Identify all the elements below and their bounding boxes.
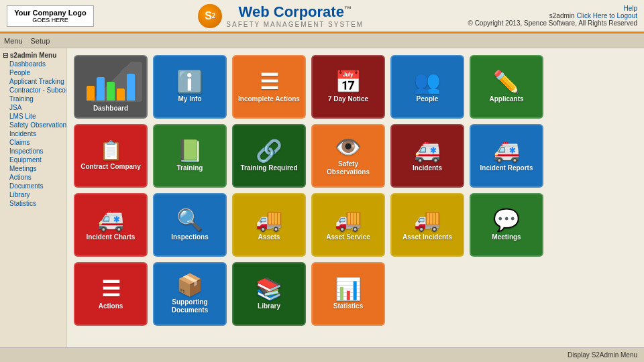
training-label: Training — [177, 164, 203, 172]
dashboard-chart — [79, 62, 142, 102]
logout-link[interactable]: Click Here to Logout — [576, 12, 637, 19]
list2-icon: ☰ — [101, 278, 121, 300]
sidebar-item-applicant-tracking[interactable]: Applicant Tracking — [0, 77, 66, 86]
ambulance3-icon: 🚑 — [97, 209, 124, 231]
applicants-label: Applicants — [489, 95, 523, 103]
calendar-icon: 📅 — [335, 71, 362, 93]
truck-icon: 🚚 — [256, 209, 282, 231]
sidebar-item-library[interactable]: Library — [0, 190, 66, 199]
training-tile[interactable]: 📗 Training — [153, 124, 227, 188]
applicants-tile[interactable]: ✏️ Applicants — [470, 55, 543, 119]
sidebar-section[interactable]: ⊟ s2admin Menu — [0, 51, 66, 60]
contract-company-tile[interactable]: 📋 Contract Company — [74, 124, 148, 188]
my-info-tile[interactable]: ℹ️ My Info — [153, 55, 227, 119]
incident-charts-label: Incident Charts — [87, 233, 136, 241]
sidebar-item-documents[interactable]: Documents — [0, 182, 66, 190]
incident-reports-tile[interactable]: 🚑 Incident Reports — [470, 124, 543, 188]
sidebar-item-jsa[interactable]: JSA — [0, 103, 66, 112]
incomplete-actions-label: Incomplete Actions — [238, 95, 300, 103]
inspections-label: Inspections — [171, 233, 209, 241]
incidents-label: Incidents — [413, 164, 442, 172]
setup-item[interactable]: Setup — [31, 37, 50, 45]
meetings-label: Meetings — [492, 233, 521, 241]
ambulance-icon: 🚑 — [414, 140, 441, 162]
sidebar-item-claims[interactable]: Claims — [0, 138, 66, 147]
menu-item[interactable]: Menu — [4, 37, 23, 45]
training-required-tile[interactable]: 🔗 Training Required — [232, 124, 306, 188]
info-icon: ℹ️ — [176, 71, 203, 93]
assets-tile[interactable]: 🚚 Assets — [232, 193, 306, 257]
status-bar: Display S2Admin Menu — [0, 347, 644, 362]
books-icon: 📚 — [256, 278, 282, 300]
sidebar-item-incidents[interactable]: Incidents — [0, 129, 66, 138]
contract-icon: 📋 — [99, 141, 123, 160]
pencil-icon: ✏️ — [493, 71, 520, 93]
actions-tile[interactable]: ☰ Actions — [74, 262, 148, 326]
search-icon: 🔍 — [176, 209, 203, 231]
logo-line1: Your Company Logo — [13, 9, 88, 17]
safety-observations-tile[interactable]: 👁️ Safety Observations — [311, 124, 385, 188]
sidebar-item-training[interactable]: Training — [0, 95, 66, 103]
chat-icon: 💬 — [493, 209, 520, 231]
brand-text: Web Corporate™ — [239, 3, 352, 20]
menu-bar: Menu Setup — [0, 34, 644, 48]
people-icon: 👥 — [414, 71, 441, 93]
7-day-notice-tile[interactable]: 📅 7 Day Notice — [311, 55, 385, 119]
my-info-label: My Info — [178, 95, 202, 103]
sidebar-item-dashboards[interactable]: Dashboards — [0, 60, 66, 68]
inspections-tile[interactable]: 🔍 Inspections — [153, 193, 227, 257]
dashboard-tile[interactable]: Dashboard — [74, 55, 148, 119]
s2-logo-circle: S2 — [198, 4, 222, 28]
sidebar-item-people[interactable]: People — [0, 68, 66, 77]
truck3-icon: 🚚 — [414, 209, 441, 231]
help-link[interactable]: Help — [623, 5, 637, 12]
training-required-label: Training Required — [240, 164, 297, 172]
supporting-documents-tile[interactable]: 📦 Supporting Documents — [153, 262, 227, 326]
sidebar-item-statistics[interactable]: Statistics — [0, 199, 66, 208]
truck2-icon: 🚚 — [335, 209, 362, 231]
sidebar-item-safety-observation[interactable]: Safety Observation — [0, 121, 66, 129]
sidebar-item-inspections[interactable]: Inspections — [0, 147, 66, 156]
status-label: Display S2Admin Menu — [568, 351, 637, 359]
asset-service-tile[interactable]: 🚚 Asset Service — [311, 193, 385, 257]
header: Your Company Logo GOES HERE S2 Web Corpo… — [0, 0, 644, 34]
copyright: © Copyright 2013, Spence Software, All R… — [468, 19, 638, 27]
sidebar-item-contractor[interactable]: Contractor - Subcontractor — [0, 86, 66, 95]
sidebar-item-meetings[interactable]: Meetings — [0, 164, 66, 173]
library-tile[interactable]: 📚 Library — [232, 262, 306, 326]
sidebar-item-actions[interactable]: Actions — [0, 173, 66, 182]
brand: S2 Web Corporate™ SAFETY MANAGEMENT SYST… — [94, 3, 468, 28]
contract-company-label: Contract Company — [80, 163, 140, 171]
links-icon: 🔗 — [256, 140, 282, 162]
statistics-tile[interactable]: 📊 Statistics — [311, 262, 385, 326]
barchart-icon: 📊 — [335, 278, 362, 300]
statistics-label: Statistics — [333, 302, 363, 310]
people-label: People — [417, 95, 439, 103]
library-label: Library — [258, 302, 280, 310]
sidebar-item-lms-lite[interactable]: LMS Lite — [0, 112, 66, 121]
dashboard-label: Dashboard — [93, 105, 128, 113]
brand-sub: SAFETY MANAGEMENT SYSTEM — [226, 21, 364, 28]
company-logo: Your Company Logo GOES HERE — [7, 5, 94, 27]
eye-icon: 👁️ — [335, 136, 362, 158]
7-day-notice-label: 7 Day Notice — [328, 95, 368, 103]
username: s2admin — [549, 12, 575, 19]
supporting-documents-label: Supporting Documents — [158, 298, 221, 314]
meetings-tile[interactable]: 💬 Meetings — [470, 193, 543, 257]
sidebar: ⊟ s2admin Menu Dashboards People Applica… — [0, 48, 67, 347]
tile-grid: Dashboard ℹ️ My Info ☰ Incomplete Action… — [74, 55, 637, 326]
assets-label: Assets — [258, 233, 280, 241]
top-right-info: Help s2admin Click Here to Logout © Copy… — [468, 5, 638, 27]
incidents-tile[interactable]: 🚑 Incidents — [390, 124, 464, 188]
content-area: Dashboard ℹ️ My Info ☰ Incomplete Action… — [67, 48, 644, 347]
people-tile[interactable]: 👥 People — [390, 55, 464, 119]
incomplete-actions-tile[interactable]: ☰ Incomplete Actions — [232, 55, 306, 119]
actions-label: Actions — [99, 302, 123, 310]
asset-incidents-tile[interactable]: 🚚 Asset Incidents — [390, 193, 464, 257]
sidebar-item-equipment[interactable]: Equipment — [0, 156, 66, 164]
box-icon: 📦 — [176, 274, 203, 296]
asset-incidents-label: Asset Incidents — [402, 233, 452, 241]
incident-charts-tile[interactable]: 🚑 Incident Charts — [74, 193, 148, 257]
main-area: ⊟ s2admin Menu Dashboards People Applica… — [0, 48, 644, 347]
logo-line2: GOES HERE — [13, 17, 88, 23]
